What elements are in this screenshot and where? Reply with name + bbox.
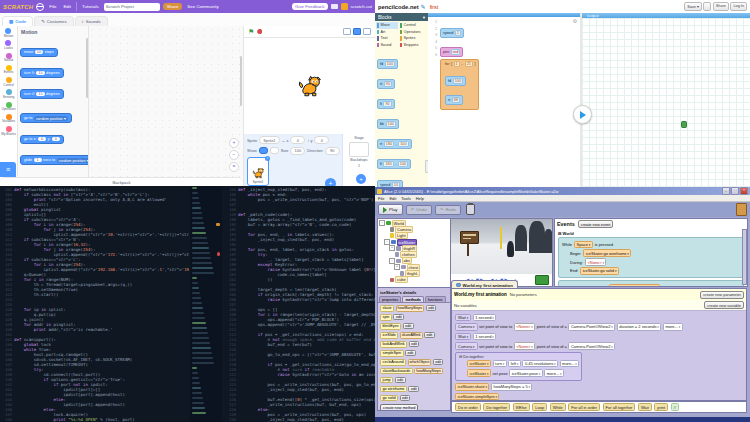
undo-button[interactable]: ↶Undo (406, 205, 432, 215)
edit-button[interactable]: edit (426, 305, 437, 311)
edit-button[interactable]: edit (408, 386, 419, 392)
block-arg[interactable]: 90 (384, 81, 392, 87)
print-button[interactable] (703, 2, 711, 11)
block-value-input[interactable]: 0 (52, 137, 60, 141)
palette-block-speed[interactable]: speed10 (377, 180, 403, 187)
scratch-motion-block[interactable]: glide1secs torandom position ▾ (20, 155, 89, 165)
tree-expander[interactable]: + (389, 245, 395, 251)
method-tile[interactable]: blinkEyes (380, 323, 401, 330)
edit-button[interactable]: edit (395, 377, 406, 383)
scratch-motion-block[interactable]: glide1secs to x:0y:0 (20, 177, 87, 178)
block-value-input[interactable]: 15 (36, 92, 44, 96)
run-button[interactable] (573, 105, 592, 124)
statement-chip[interactable]: <None> (514, 323, 536, 331)
statement-chip[interactable]: left (508, 360, 521, 368)
editor-pane-left[interactable]: 4024034044054064074084094104114124134144… (0, 187, 189, 422)
scratch-motion-block[interactable]: go to x:0y:0 (20, 135, 64, 144)
backpack-bar[interactable]: Backpack (0, 177, 243, 186)
alice-titlebar[interactable]: Alice (2.0 04/05/2005) - E:\studie\gorga… (375, 187, 750, 195)
statement-chip[interactable]: howManySteps = 5 (491, 383, 532, 391)
project-name-input[interactable]: Scratch Project (104, 3, 160, 11)
statement-chip[interactable]: Camera.PointOfView2 (568, 323, 615, 331)
language-globe-icon[interactable] (36, 3, 44, 11)
create-new-variable-button[interactable]: create new variable (704, 301, 744, 309)
scratch-motion-block[interactable]: move10steps (20, 48, 58, 57)
statement-row[interactable]: Wait1 second (455, 333, 743, 341)
save-button[interactable]: Save ▾ (684, 2, 702, 11)
begin-action-chip[interactable]: iceSkater.go wireframe (583, 249, 631, 257)
code-left[interactable]: def networkdiscovery(subclass): if subcl… (14, 187, 189, 422)
add-backdrop-button[interactable]: + (356, 174, 366, 184)
code-block-rt[interactable]: rt88 (445, 95, 463, 105)
create-new-event-button[interactable]: create new event (578, 220, 614, 228)
sidebar-category-looks[interactable]: Looks (4, 40, 13, 50)
statement-chip[interactable]: Wait (455, 314, 471, 322)
statement-row[interactable]: iceSkaterset poseiceSkater.posemore... (467, 369, 579, 377)
tree-expander[interactable]: - (389, 258, 395, 264)
statement-row[interactable]: Cameraset point of view to<None>point of… (455, 342, 743, 350)
control-tile-Dotogether[interactable]: Do together (483, 403, 510, 411)
sidebar-category-motion[interactable]: Motion (4, 28, 14, 38)
control-tile-[interactable]: // (671, 403, 679, 411)
login-button[interactable]: Log In (730, 2, 747, 11)
scripts-workspace[interactable]: + − = (89, 26, 243, 177)
edit-button[interactable]: edit (424, 332, 435, 338)
close-button[interactable]: × (740, 187, 748, 195)
statement-chip[interactable]: 1 second (473, 314, 497, 322)
edit-button[interactable]: edit (433, 359, 444, 365)
palette-block-bk[interactable]: bk100 (377, 119, 399, 129)
sprite-name-input[interactable]: Sprite1 (259, 136, 279, 144)
edit-button[interactable]: edit (400, 395, 411, 401)
block-arg[interactable]: 100 (385, 61, 395, 67)
control-tile-IfElse[interactable]: If/Else (513, 403, 530, 411)
zoom-reset-button[interactable]: = (229, 162, 239, 172)
block-arg[interactable]: 100 (398, 141, 408, 147)
statement-chip[interactable]: Wait (455, 333, 471, 341)
block-dropdown[interactable]: random position ▾ (34, 116, 68, 121)
create-new-method-button[interactable]: create new method (380, 404, 418, 410)
avatar[interactable] (341, 3, 348, 10)
code-block-fd[interactable]: fd100 (445, 76, 466, 86)
palette-header[interactable]: Blocks▾ (375, 13, 428, 21)
statement-chip[interactable]: Camera.PointOfView2 (568, 342, 615, 350)
statement-row[interactable]: Wait1 second (455, 314, 743, 322)
menu-tools[interactable]: Tools (401, 196, 410, 201)
statement-chip[interactable]: more... (560, 360, 580, 368)
pencilcode-code-editor[interactable]: ⚙ 123456 speed2penredfor[1..25]fd100rt88 (428, 13, 580, 187)
statement-row[interactable]: iceSkater.simpleSpin (455, 393, 743, 400)
block-arg[interactable]: 180 (384, 141, 394, 147)
pencilcode-logo[interactable]: pencilcode.net (378, 4, 419, 10)
edit-button[interactable]: edit (403, 323, 414, 329)
block-arg[interactable]: 100 (386, 121, 396, 127)
play-button[interactable]: Play (378, 204, 403, 215)
statement-chip[interactable]: 0.45 revolutions (522, 360, 558, 368)
statement-chip[interactable]: more... (544, 369, 564, 377)
when-action-chip[interactable]: World.my first animation (609, 284, 659, 287)
scratch-motion-block[interactable]: turn ↻15degrees (20, 68, 64, 78)
trash-icon[interactable] (466, 204, 475, 215)
stage-selector[interactable]: Stage Backdrops 1 + (342, 134, 375, 186)
statement-chip[interactable]: iceSkater (467, 369, 491, 377)
tab-sounds[interactable]: ♪Sounds (75, 16, 108, 26)
zoom-in-button[interactable]: + (229, 138, 239, 148)
control-tile-Wait[interactable]: Wait (638, 403, 652, 411)
menu-tutorials[interactable]: Tutorials (80, 4, 101, 9)
code-block-pen[interactable]: penred (440, 47, 463, 57)
camera-mode-button[interactable] (535, 275, 549, 285)
clipboard-icon[interactable] (736, 203, 747, 216)
workspace-scrollbar[interactable] (240, 56, 242, 106)
project-name[interactable]: first (430, 4, 439, 10)
redo-button[interactable]: ↷Redo (435, 205, 461, 215)
while-event-block[interactable]: While Space is pressed Begin: iceSkater.… (558, 237, 744, 278)
block-arg[interactable]: 100 (453, 78, 463, 84)
statement-chip[interactable]: duration = 2 seconds (617, 323, 662, 331)
x-input[interactable]: 0 (290, 136, 305, 144)
statement-chip[interactable]: <None> (514, 342, 536, 350)
end-action-chip[interactable]: iceSkater.go solid (580, 267, 619, 275)
loop-end-arg[interactable]: 25 (465, 61, 473, 67)
method-param[interactable]: howManySteps (414, 368, 443, 375)
statement-chip[interactable]: more... (663, 323, 683, 331)
events-scrollbar[interactable] (742, 229, 747, 285)
control-tile-Loop[interactable]: Loop (532, 403, 547, 411)
scratch-motion-block[interactable]: go torandom position ▾ (20, 113, 72, 123)
